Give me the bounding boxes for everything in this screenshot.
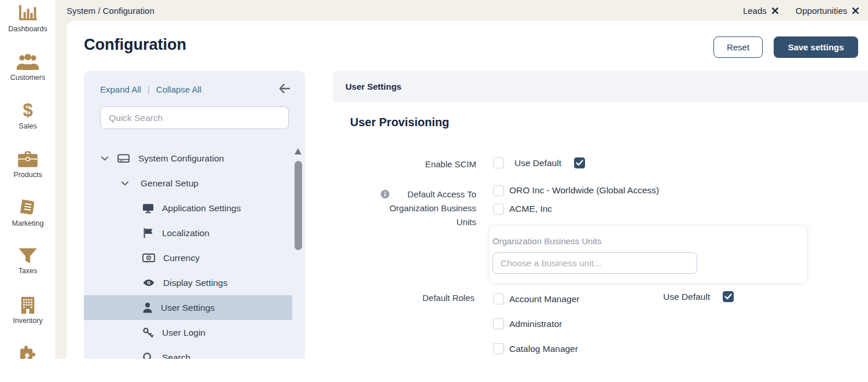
page-title: Configuration	[84, 36, 186, 54]
save-settings-button[interactable]: Save settings	[774, 36, 858, 58]
sidebar-item-label: Marketing	[12, 219, 44, 227]
sidebar-item-label: Dashboards	[8, 25, 47, 33]
monitor-icon	[142, 203, 154, 214]
building-icon	[19, 296, 37, 314]
tree-item-localization[interactable]: Localization	[84, 221, 292, 245]
scrollbar-thumb[interactable]	[295, 161, 302, 250]
sidebar-item-sales[interactable]: $ Sales	[0, 102, 56, 130]
breadcrumb: System / Configuration	[67, 6, 155, 16]
organization-business-units-label: Organization Business Units	[492, 236, 601, 246]
role-catalog-manager-checkbox[interactable]	[493, 343, 504, 354]
close-icon[interactable]	[772, 8, 778, 14]
hdd-icon	[117, 153, 130, 164]
tree-item-label: General Setup	[141, 178, 198, 189]
magnifier-icon	[142, 352, 154, 359]
tree-item-label: User Login	[162, 328, 205, 338]
collapse-panel-arrow-icon[interactable]	[279, 84, 290, 93]
sidebar-item-products[interactable]: Products	[0, 150, 56, 179]
tree-item-label: User Settings	[161, 303, 215, 313]
funnel-icon	[18, 248, 38, 264]
puzzle-icon	[18, 345, 38, 359]
toolbar-separator: |	[148, 85, 150, 94]
enable-scim-label: Enable SCIM	[333, 157, 476, 171]
key-icon	[142, 327, 154, 339]
sidebar-item-marketing[interactable]: Marketing	[0, 199, 56, 227]
tree-item-search[interactable]: Search	[84, 345, 292, 359]
chevron-down-icon[interactable]	[122, 181, 128, 186]
role-account-manager-label: Account Manager	[509, 294, 580, 304]
sidebar-item-extensions[interactable]	[0, 345, 56, 359]
sidebar-item-dashboards[interactable]: Dashboards	[0, 5, 56, 33]
role-catalog-manager-label: Catalog Manager	[509, 344, 578, 354]
info-icon[interactable]	[381, 190, 389, 199]
sidebar-item-label: Inventory	[13, 317, 42, 325]
eye-icon	[142, 278, 155, 288]
reset-button[interactable]: Reset	[713, 36, 763, 58]
scim-use-default-checkbox[interactable]	[574, 157, 585, 168]
pinned-tab-leads[interactable]: Leads	[743, 6, 778, 16]
business-unit-select-input[interactable]	[492, 252, 697, 274]
role-administrator-label: Administrator	[509, 319, 562, 329]
briefcase-icon	[17, 150, 38, 168]
sidebar-item-inventory[interactable]: Inventory	[0, 296, 56, 325]
tree-item-currency[interactable]: Currency	[84, 245, 292, 270]
roles-use-default-checkbox[interactable]	[723, 291, 734, 302]
expand-all-link[interactable]: Expand All	[100, 85, 141, 94]
flag-icon	[142, 227, 154, 238]
pinned-tab-opportunities[interactable]: Opportunities	[796, 6, 859, 16]
role-account-manager-checkbox[interactable]	[493, 293, 504, 304]
sidebar-item-taxes[interactable]: Taxes	[0, 248, 56, 275]
book-icon	[18, 199, 38, 216]
business-unit-oro-label: ORO Inc - Worldwide (Global Access)	[509, 185, 659, 196]
sidebar-item-customers[interactable]: Customers	[0, 53, 56, 82]
collapse-all-link[interactable]: Collapse All	[156, 85, 201, 94]
tree-toolbar: Expand All | Collapse All	[100, 85, 201, 94]
bar-chart-icon	[18, 5, 38, 22]
configuration-tree-panel: Expand All | Collapse All System Configu…	[84, 71, 305, 359]
settings-panel-title: User Settings	[345, 82, 402, 91]
dollar-icon: $	[23, 102, 32, 119]
pinned-tabs: Leads Opportunities	[743, 0, 859, 21]
main-menu-sidebar: Dashboards Customers $ Sales Products Ma…	[0, 0, 56, 359]
sidebar-item-label: Products	[13, 171, 42, 179]
tree-item-label: System Configuration	[138, 153, 224, 164]
banknote-icon	[142, 253, 155, 263]
tree-item-user-settings[interactable]: User Settings	[84, 295, 292, 320]
sidebar-item-label: Sales	[19, 122, 36, 130]
close-icon[interactable]	[852, 8, 859, 14]
person-icon	[142, 302, 153, 313]
role-administrator-checkbox[interactable]	[493, 318, 504, 329]
tree-item-user-login[interactable]: User Login	[84, 320, 292, 345]
enable-scim-checkbox[interactable]	[493, 157, 504, 168]
sidebar-item-label: Customers	[10, 74, 45, 82]
people-icon	[16, 53, 39, 71]
tree-item-label: Application Settings	[162, 203, 241, 214]
tree-item-general-setup[interactable]: General Setup	[84, 171, 292, 196]
tree-item-label: Localization	[162, 228, 209, 238]
settings-panel-header: User Settings	[333, 71, 868, 102]
tree-item-system-configuration[interactable]: System Configuration	[84, 146, 292, 171]
business-unit-acme-label: ACME, Inc	[509, 204, 552, 214]
scim-use-default-label: Use Default	[514, 158, 561, 168]
tree-item-label: Currency	[163, 253, 200, 263]
section-title: User Provisioning	[350, 116, 449, 129]
pinned-tab-label: Leads	[743, 6, 767, 16]
tree-item-label: Display Settings	[163, 278, 227, 288]
scrollbar-up-arrow[interactable]	[295, 148, 301, 155]
pinned-tab-label: Opportunities	[796, 6, 847, 16]
sidebar-item-label: Taxes	[19, 267, 38, 275]
quick-search-input[interactable]	[100, 106, 289, 129]
tree-item-display-settings[interactable]: Display Settings	[84, 270, 292, 295]
tree-item-application-settings[interactable]: Application Settings	[84, 196, 292, 221]
default-roles-label: Default Roles	[333, 291, 475, 305]
business-unit-oro-checkbox[interactable]	[493, 185, 504, 196]
chevron-down-icon[interactable]	[101, 156, 108, 161]
roles-use-default-label: Use Default	[663, 292, 710, 302]
tree-item-label: Search	[162, 352, 190, 359]
business-unit-acme-checkbox[interactable]	[493, 204, 504, 215]
